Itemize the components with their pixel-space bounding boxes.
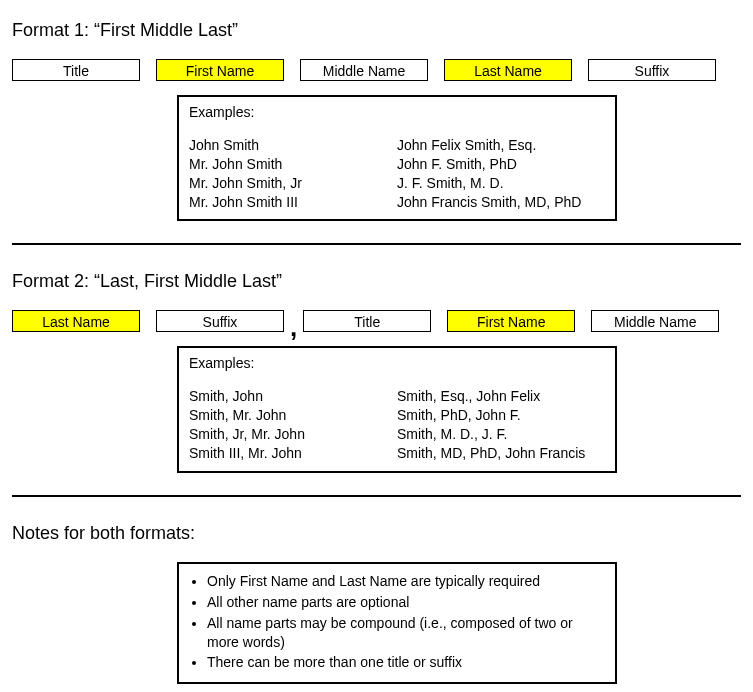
example-item: Smith, Jr, Mr. John — [189, 425, 397, 444]
example-item: Mr. John Smith, Jr — [189, 174, 397, 193]
format2-examples-right: Smith, Esq., John Felix Smith, PhD, John… — [397, 387, 605, 463]
notes-box: Only First Name and Last Name are typica… — [177, 562, 617, 684]
example-item: Smith, John — [189, 387, 397, 406]
examples-label: Examples: — [189, 103, 605, 122]
format1-examples-box: Examples: John Smith Mr. John Smith Mr. … — [177, 95, 617, 221]
format2-examples-left: Smith, John Smith, Mr. John Smith, Jr, M… — [189, 387, 397, 463]
note-item: There can be more than one title or suff… — [207, 653, 605, 672]
example-item: John Smith — [189, 136, 397, 155]
divider — [12, 243, 741, 245]
example-item: John Felix Smith, Esq. — [397, 136, 605, 155]
example-item: Smith, Mr. John — [189, 406, 397, 425]
examples-label: Examples: — [189, 354, 605, 373]
example-item: Smith, PhD, John F. — [397, 406, 605, 425]
example-item: Mr. John Smith III — [189, 193, 397, 212]
note-item: All name parts may be compound (i.e., co… — [207, 614, 605, 652]
field-first-name: First Name — [447, 310, 575, 332]
example-item: Mr. John Smith — [189, 155, 397, 174]
comma-separator: , — [290, 318, 297, 336]
notes-heading: Notes for both formats: — [12, 523, 741, 544]
note-item: Only First Name and Last Name are typica… — [207, 572, 605, 591]
field-suffix: Suffix — [588, 59, 716, 81]
format1-examples-right: John Felix Smith, Esq. John F. Smith, Ph… — [397, 136, 605, 212]
field-middle-name: Middle Name — [591, 310, 719, 332]
example-item: John F. Smith, PhD — [397, 155, 605, 174]
field-middle-name: Middle Name — [300, 59, 428, 81]
format1-heading: Format 1: “First Middle Last” — [12, 20, 741, 41]
example-item: Smith III, Mr. John — [189, 444, 397, 463]
field-last-name: Last Name — [12, 310, 140, 332]
divider — [12, 495, 741, 497]
example-item: J. F. Smith, M. D. — [397, 174, 605, 193]
example-item: Smith, M. D., J. F. — [397, 425, 605, 444]
field-title: Title — [303, 310, 431, 332]
example-item: Smith, MD, PhD, John Francis — [397, 444, 605, 463]
format1-field-row: Title First Name Middle Name Last Name S… — [12, 59, 741, 81]
field-title: Title — [12, 59, 140, 81]
example-item: Smith, Esq., John Felix — [397, 387, 605, 406]
format2-heading: Format 2: “Last, First Middle Last” — [12, 271, 741, 292]
format1-examples-left: John Smith Mr. John Smith Mr. John Smith… — [189, 136, 397, 212]
field-first-name: First Name — [156, 59, 284, 81]
field-last-name: Last Name — [444, 59, 572, 81]
format2-field-row: Last Name Suffix , Title First Name Midd… — [12, 310, 741, 332]
format2-examples-box: Examples: Smith, John Smith, Mr. John Sm… — [177, 346, 617, 472]
field-suffix: Suffix — [156, 310, 284, 332]
example-item: John Francis Smith, MD, PhD — [397, 193, 605, 212]
note-item: All other name parts are optional — [207, 593, 605, 612]
